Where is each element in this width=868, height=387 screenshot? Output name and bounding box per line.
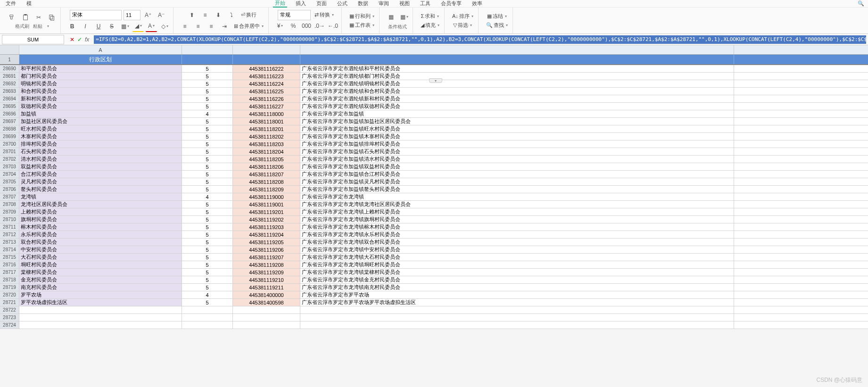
bold-icon[interactable]: B: [66, 21, 78, 32]
cell-full-path[interactable]: 广东省云浮市罗定市加益镇木寨村民委员会: [300, 133, 734, 140]
cell-level[interactable]: 4: [182, 193, 233, 200]
row-header[interactable]: 28701: [0, 148, 19, 155]
cell-full-path[interactable]: 广东省云浮市罗定市龙湾镇棠棣村民委员会: [300, 269, 734, 276]
border-icon[interactable]: ▦▾: [119, 21, 131, 32]
cell-level[interactable]: 5: [182, 269, 233, 276]
cell-region-name[interactable]: 中安村民委员会: [19, 246, 182, 253]
align-top-icon[interactable]: ⬆: [186, 9, 198, 21]
cell-level[interactable]: 5: [182, 125, 233, 132]
cell-region-name[interactable]: 旺水村民委员会: [19, 125, 182, 132]
cell-region-name[interactable]: 双合村民委员会: [19, 239, 182, 246]
cell-code[interactable]: 445381118207: [233, 171, 300, 178]
cell-region-name[interactable]: 榕木村民委员会: [19, 223, 182, 231]
align-center-icon[interactable]: ≡: [192, 21, 204, 32]
cell-full-path[interactable]: 广东省云浮市罗定市龙湾镇南充村民委员会: [300, 284, 734, 291]
cell-full-path[interactable]: 广东省云浮市罗定市龙湾镇龙湾社区居民委员会: [300, 201, 734, 208]
cell-level[interactable]: 5: [182, 284, 233, 291]
cell-level[interactable]: 5: [182, 261, 233, 268]
col-header-c[interactable]: [233, 45, 300, 54]
cell-level[interactable]: 5: [182, 88, 233, 95]
cell-level[interactable]: 5: [182, 254, 233, 261]
menu-tools[interactable]: 工具: [418, 0, 432, 7]
cell-code[interactable]: 445381118202: [233, 133, 300, 140]
cell[interactable]: [300, 306, 734, 313]
cell-level[interactable]: 5: [182, 208, 233, 215]
cell-region-name[interactable]: 和平村民委员会: [19, 65, 182, 72]
paste-icon[interactable]: [20, 12, 31, 23]
cell-level[interactable]: 5: [182, 95, 233, 102]
table-style-icon[interactable]: ▦▾: [398, 11, 410, 23]
sort-button[interactable]: A↓排序▾: [450, 12, 475, 21]
cell-code[interactable]: 445381116227: [233, 103, 300, 110]
cell-region-name[interactable]: 垌旺村民委员会: [19, 261, 182, 268]
row-header[interactable]: 28699: [0, 133, 19, 140]
row-header[interactable]: 28722: [0, 306, 19, 313]
cell-region-name[interactable]: 旗垌村民委员会: [19, 216, 182, 223]
fx-icon[interactable]: fx: [85, 36, 89, 43]
find-button[interactable]: 🔍查找▾: [484, 21, 510, 30]
cell-code[interactable]: 445381116223: [233, 73, 300, 80]
cell-level[interactable]: 5: [182, 216, 233, 223]
grid[interactable]: 28690和平村民委员会5445381116222广东省云浮市罗定市泗纶镇和平村…: [0, 65, 868, 329]
row-header[interactable]: 28711: [0, 223, 19, 231]
align-left-icon[interactable]: ≡: [179, 21, 190, 32]
header-cell-d[interactable]: [300, 55, 734, 64]
cell-level[interactable]: 5: [182, 201, 233, 208]
cell-full-path[interactable]: 广东省云浮市罗定市泗纶镇新和村民委员会: [300, 95, 734, 102]
cell-region-name[interactable]: 清水村民委员会: [19, 156, 182, 163]
cell-region-name[interactable]: 棠棣村民委员会: [19, 269, 182, 276]
cell-code[interactable]: 445381119209: [233, 269, 300, 276]
cell-region-name[interactable]: 明镜村民委员会: [19, 80, 182, 87]
row-header[interactable]: 28716: [0, 261, 19, 268]
row-header[interactable]: 28697: [0, 118, 19, 125]
cell-region-name[interactable]: 木寨村民委员会: [19, 133, 182, 140]
menu-efficiency[interactable]: 效率: [470, 0, 484, 7]
row-header[interactable]: 28712: [0, 231, 19, 238]
cell-level[interactable]: 5: [182, 133, 233, 140]
cell-level[interactable]: 5: [182, 231, 233, 238]
decrease-decimal-icon[interactable]: ←.0: [327, 20, 339, 32]
header-cell-c[interactable]: [233, 55, 300, 64]
cell-code[interactable]: 445381118204: [233, 148, 300, 155]
select-all-corner[interactable]: [0, 45, 19, 54]
cell-region-name[interactable]: 上赖村民委员会: [19, 208, 182, 215]
cell-level[interactable]: 5: [182, 171, 233, 178]
cell-level[interactable]: 5: [182, 73, 233, 80]
cell-code[interactable]: 445381118205: [233, 156, 300, 163]
cell-level[interactable]: 5: [182, 178, 233, 185]
row-header[interactable]: 28719: [0, 284, 19, 291]
cell-level[interactable]: 5: [182, 65, 233, 72]
align-bottom-icon[interactable]: ⬇: [213, 9, 224, 21]
percent-icon[interactable]: %: [288, 20, 299, 32]
cell-region-name[interactable]: 双益村民委员会: [19, 163, 182, 170]
cell[interactable]: [233, 306, 300, 313]
cell-full-path[interactable]: 广东省云浮市罗定市加益镇灵凡村民委员会: [300, 178, 734, 185]
cell-code[interactable]: 445381119000: [233, 193, 300, 200]
cell-level[interactable]: 5: [182, 239, 233, 246]
cell-full-path[interactable]: 广东省云浮市罗定市龙湾镇旗垌村民委员会: [300, 216, 734, 223]
cell-level[interactable]: 5: [182, 140, 233, 148]
cell-full-path[interactable]: 广东省云浮市罗定市龙湾镇: [300, 193, 734, 200]
number-format-select[interactable]: [278, 10, 311, 20]
comma-icon[interactable]: 000: [301, 20, 312, 32]
cell-level[interactable]: 5: [182, 163, 233, 170]
cell[interactable]: [300, 321, 734, 329]
currency-icon[interactable]: ¥▾: [274, 20, 286, 32]
cell-code[interactable]: 445381118206: [233, 163, 300, 170]
cell-full-path[interactable]: 广东省云浮市罗定市加益镇排埠村民委员会: [300, 140, 734, 148]
filter-button[interactable]: ▽筛选▾: [451, 21, 474, 30]
clear-format-icon[interactable]: ◇▾: [159, 21, 170, 32]
cond-format-icon[interactable]: ▦: [385, 11, 397, 23]
cell-full-path[interactable]: 广东省云浮市罗定市龙湾镇垌旺村民委员会: [300, 261, 734, 268]
underline-icon[interactable]: U: [93, 21, 104, 32]
cell-code[interactable]: 445381118203: [233, 140, 300, 148]
expand-formula-icon[interactable]: ▾: [429, 78, 442, 83]
row-header[interactable]: 28692: [0, 80, 19, 87]
row-header[interactable]: 28717: [0, 269, 19, 276]
cell-code[interactable]: 445381118001: [233, 118, 300, 125]
fill-button[interactable]: ◢填充▾: [419, 21, 441, 30]
cell-level[interactable]: 5: [182, 223, 233, 231]
font-color-icon[interactable]: A▾: [146, 21, 157, 32]
cell-region-name[interactable]: 大石村民委员会: [19, 254, 182, 261]
menu-review[interactable]: 审阅: [377, 0, 391, 7]
